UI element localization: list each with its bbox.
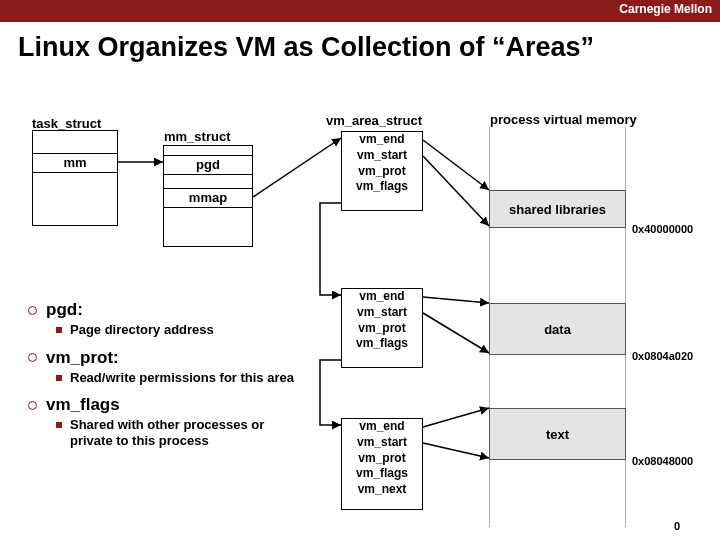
bullet-vmprot-sub: Read/write permissions for this area: [70, 370, 294, 386]
vma-c-3: vm_flags: [342, 466, 422, 482]
vma-box-b: vm_end vm_start vm_prot vm_flags: [341, 288, 423, 368]
task-struct-label: task_struct: [32, 116, 101, 131]
bullet-pgd: pgd:: [46, 300, 83, 320]
svg-line-3: [423, 156, 489, 226]
vma-c-1: vm_start: [342, 435, 422, 451]
subbullet-icon: [56, 422, 62, 428]
addr-data-bottom: 0x0804a020: [632, 350, 693, 362]
svg-line-6: [423, 408, 489, 427]
vma-b-0: vm_end: [342, 289, 422, 305]
svg-line-1: [253, 138, 341, 197]
svg-line-5: [423, 313, 489, 353]
vma-c-0: vm_end: [342, 419, 422, 435]
page-title: Linux Organizes VM as Collection of “Are…: [0, 22, 720, 69]
bullets: pgd: Page directory address vm_prot: Rea…: [28, 300, 308, 458]
bullet-vmflags: vm_flags: [46, 395, 120, 415]
mm-field: mm: [32, 153, 118, 173]
brand-label: Carnegie Mellon: [619, 2, 712, 16]
region-shared: shared libraries: [489, 190, 626, 228]
pgd-field: pgd: [163, 155, 253, 175]
vma-b-3: vm_flags: [342, 336, 422, 352]
vma-box-c: vm_end vm_start vm_prot vm_flags vm_next: [341, 418, 423, 510]
mmap-field: mmap: [163, 188, 253, 208]
vma-box-a: vm_end vm_start vm_prot vm_flags: [341, 131, 423, 211]
vma-a-3: vm_flags: [342, 179, 422, 195]
subbullet-icon: [56, 375, 62, 381]
bullet-icon: [28, 401, 37, 410]
vma-c-4: vm_next: [342, 482, 422, 498]
mm-struct-box: pgd mmap: [163, 145, 253, 247]
vma-label: vm_area_struct: [326, 113, 422, 128]
svg-line-7: [423, 443, 489, 458]
mm-struct-label: mm_struct: [164, 129, 230, 144]
region-text: text: [489, 408, 626, 460]
bullet-icon: [28, 353, 37, 362]
addr-text-bottom: 0x08048000: [632, 455, 693, 467]
svg-line-4: [423, 297, 489, 303]
vma-b-2: vm_prot: [342, 321, 422, 337]
addr-shared-top: 0x40000000: [632, 223, 693, 235]
vma-b-1: vm_start: [342, 305, 422, 321]
bullet-icon: [28, 306, 37, 315]
task-struct-box: mm: [32, 130, 118, 226]
bullet-pgd-sub: Page directory address: [70, 322, 214, 338]
vma-a-2: vm_prot: [342, 164, 422, 180]
addr-zero: 0: [674, 520, 680, 532]
vma-a-1: vm_start: [342, 148, 422, 164]
region-data: data: [489, 303, 626, 355]
bullet-vmflags-sub: Shared with other processes or private t…: [70, 417, 308, 448]
vma-c-2: vm_prot: [342, 451, 422, 467]
svg-line-2: [423, 140, 489, 190]
subbullet-icon: [56, 327, 62, 333]
pvm-label: process virtual memory: [490, 112, 637, 127]
vma-a-0: vm_end: [342, 132, 422, 148]
bullet-vmprot: vm_prot:: [46, 348, 119, 368]
